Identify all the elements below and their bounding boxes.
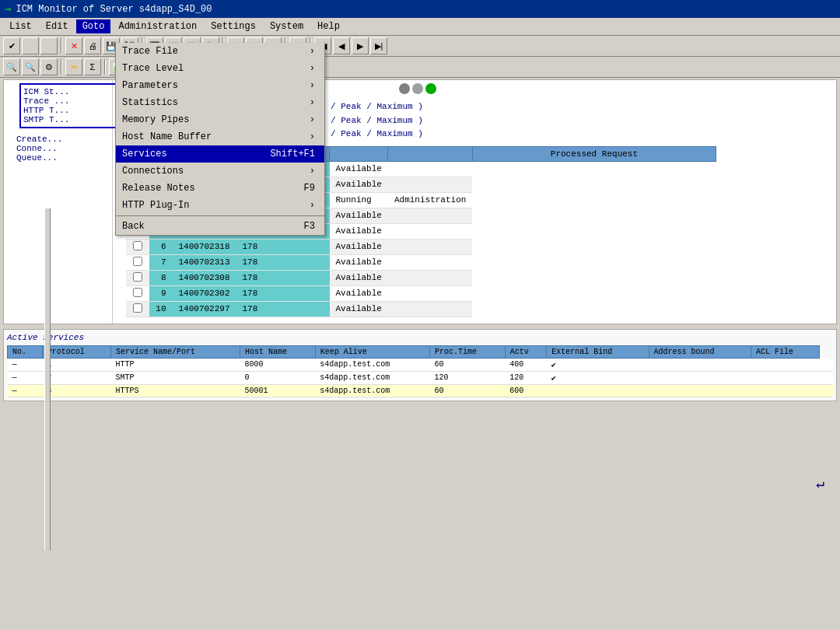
toolbar-r2-btn1[interactable]: 🔍 xyxy=(3,58,20,75)
row-status-2: Running xyxy=(330,192,388,208)
toolbar-print-btn[interactable]: 🖨 xyxy=(84,37,101,54)
row-num-6: 7 xyxy=(149,254,173,270)
services-table: No.ProtocolService Name/PortHost NameKee… xyxy=(7,345,833,397)
row-id-5: 1400702318 xyxy=(173,239,236,254)
services-col-header: No. xyxy=(8,345,43,358)
menu-services[interactable]: Services Shift+F1 xyxy=(116,145,324,163)
menu-separator xyxy=(116,215,324,216)
status-dot-1 xyxy=(399,83,410,94)
toolbar-r2-btn2[interactable]: 🔍 xyxy=(22,58,39,75)
row-id-6: 1400702313 xyxy=(173,254,236,270)
menu-help[interactable]: Help xyxy=(311,19,346,33)
row-port-6: 178 xyxy=(236,254,330,270)
menu-back[interactable]: Back F3 xyxy=(116,218,324,235)
services-col-header: Proc.Time xyxy=(430,345,506,358)
toolbar-r2-sep1 xyxy=(61,59,62,75)
menu-settings[interactable]: Settings xyxy=(205,19,262,33)
goto-dropdown-menu: Trace File › Trace Level › Parameters › … xyxy=(115,43,325,236)
services-col-header: Address bound xyxy=(649,345,751,358)
toolbar-r2-btn3[interactable]: ⚙ xyxy=(40,58,58,75)
info-line-2: Trace ... xyxy=(23,96,117,106)
row-port-7: 178 xyxy=(236,270,330,285)
toolbar-stop-btn[interactable]: ✕ xyxy=(65,37,82,54)
row-checkbox-6[interactable] xyxy=(126,254,149,270)
menu-connections[interactable]: Connections › xyxy=(116,163,324,180)
toolbar-check-btn[interactable]: ✔ xyxy=(3,37,20,54)
services-col-header: Service Name/Port xyxy=(110,345,240,358)
toolbar-sep1 xyxy=(61,38,62,54)
row-status-5: Available xyxy=(330,239,388,254)
return-arrow: ↵ xyxy=(816,474,824,492)
menu-trace-level[interactable]: Trace Level › xyxy=(116,60,324,77)
toolbar-r2-btn4[interactable]: ✏ xyxy=(65,58,82,75)
services-row: — 3 HTTPS 50001 s4dapp.test.com 60 600 xyxy=(8,384,834,397)
row-extra-1 xyxy=(388,177,472,192)
menu-edit[interactable]: Edit xyxy=(40,19,75,33)
row-status-3: Available xyxy=(330,208,388,223)
menu-host-name-buffer[interactable]: Host Name Buffer › xyxy=(116,128,324,145)
row-id-8: 1400702302 xyxy=(173,285,236,301)
services-col-header: Host Name xyxy=(240,345,315,358)
status-dot-3 xyxy=(425,83,436,94)
row-status-9: Available xyxy=(330,301,388,317)
toolbar-empty-btn2[interactable] xyxy=(40,37,58,54)
row-extra-9 xyxy=(388,301,472,317)
col-header-port xyxy=(330,146,388,161)
row-id-9: 1400702297 xyxy=(173,301,236,317)
vertical-scrollbar[interactable] xyxy=(44,208,51,551)
row-extra-8 xyxy=(388,285,472,301)
row-extra-7 xyxy=(388,270,472,285)
row-id-7: 1400702308 xyxy=(173,270,236,285)
toolbar-next-btn[interactable]: ▶ xyxy=(352,37,369,54)
row-num-8: 9 xyxy=(149,285,173,301)
row-extra-3 xyxy=(388,208,472,223)
table-row: 10 1400702297 178 Available xyxy=(126,301,716,317)
menu-statistics[interactable]: Statistics › xyxy=(116,94,324,111)
row-port-8: 178 xyxy=(236,285,330,301)
row-checkbox-9[interactable] xyxy=(126,301,149,317)
row-status-1: Available xyxy=(330,177,388,192)
row-status-0: Available xyxy=(330,161,388,177)
toolbar-r2-btn5[interactable]: Σ xyxy=(84,58,101,75)
menu-http-plugin[interactable]: HTTP Plug-In › xyxy=(116,197,324,214)
table-row: 8 1400702308 178 Available xyxy=(126,270,716,285)
col-header-processed: Processed Request xyxy=(472,146,716,161)
row-num-5: 6 xyxy=(149,239,173,254)
services-col-header: Protocol xyxy=(42,345,110,358)
info-line-3: HTTP T... xyxy=(23,106,117,115)
menu-goto[interactable]: Goto xyxy=(76,19,111,33)
services-row: — 2 SMTP 0 s4dapp.test.com 120 120 ✔ xyxy=(8,371,834,384)
table-row: 7 1400702313 178 Available xyxy=(126,254,716,270)
title-bar: ⇒ ICM Monitor of Server s4dapp_S4D_00 xyxy=(0,0,840,18)
row-port-5: 178 xyxy=(236,239,330,254)
services-col-header: Actv xyxy=(505,345,546,358)
menu-list[interactable]: List xyxy=(3,19,38,33)
row-status-4: Available xyxy=(330,223,388,239)
row-status-6: Available xyxy=(330,254,388,270)
row-num-7: 8 xyxy=(149,270,173,285)
row-status-7: Available xyxy=(330,270,388,285)
services-row: — 1 HTTP 8000 s4dapp.test.com 60 400 ✔ xyxy=(8,358,834,371)
info-box: ICM St... Trace ... HTTP T... SMTP T... xyxy=(19,83,121,128)
menu-administration[interactable]: Administration xyxy=(112,19,203,33)
toolbar-last-btn[interactable]: ▶| xyxy=(370,37,387,54)
stat-create: Create... xyxy=(16,135,112,144)
toolbar-prev-btn[interactable]: ◀ xyxy=(333,37,350,54)
toolbar-empty-btn[interactable] xyxy=(22,37,39,54)
col-header-status xyxy=(388,146,472,161)
menu-release-notes[interactable]: Release Notes F9 xyxy=(116,180,324,197)
row-port-9: 178 xyxy=(236,301,330,317)
menu-memory-pipes[interactable]: Memory Pipes › xyxy=(116,111,324,128)
menu-system[interactable]: System xyxy=(264,19,310,33)
row-checkbox-5[interactable] xyxy=(126,239,149,254)
active-services-title: Active Services xyxy=(7,333,833,342)
row-extra-0 xyxy=(388,161,472,177)
row-extra-5 xyxy=(388,239,472,254)
row-checkbox-7[interactable] xyxy=(126,270,149,285)
row-checkbox-8[interactable] xyxy=(126,285,149,301)
row-extra-4 xyxy=(388,223,472,239)
menu-trace-file[interactable]: Trace File › xyxy=(116,43,324,60)
stat-queue: Queue... xyxy=(16,153,112,163)
menu-parameters[interactable]: Parameters › xyxy=(116,77,324,94)
services-col-header: ACL File xyxy=(751,345,820,358)
